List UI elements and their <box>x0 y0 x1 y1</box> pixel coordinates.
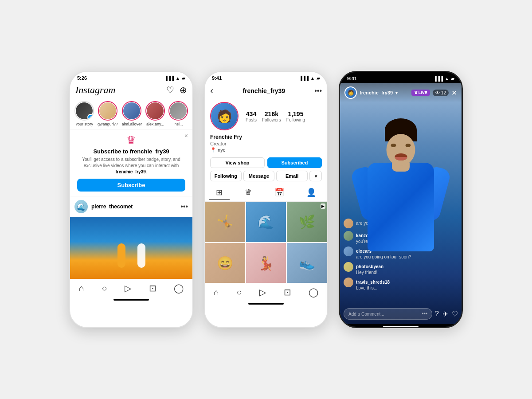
home-indicator-2 <box>248 303 284 305</box>
live-caret-icon: ▾ <box>395 90 398 95</box>
grid-cell-3[interactable]: 🌿 ▶ <box>287 202 327 242</box>
main-container: 5:26 ▐▐▐ ▲ ▰ Instagram ♡ ⊕ + Your story <box>51 53 481 346</box>
live-background: 🧑 frenchie_fry39 ▾ ♛ LIVE 👁 12 ✕ <box>340 83 462 324</box>
live-input-row: Add a Comment... ••• ? ✈ ♡ <box>340 308 462 320</box>
comment-msg-2: are you going on tour soon? <box>356 254 411 259</box>
nav-search-2[interactable]: ○ <box>236 287 242 297</box>
comment-avatar-1 <box>344 231 353 241</box>
comment-user-3: photosbyean <box>356 264 383 269</box>
nav-home-1[interactable]: ⌂ <box>79 283 84 293</box>
nav-reels-2[interactable]: ▷ <box>259 287 266 297</box>
profile-display-name: Frenchie Fry <box>205 134 327 141</box>
live-input-dots[interactable]: ••• <box>422 311 427 317</box>
profile-picture[interactable]: 🧑 <box>210 102 239 130</box>
grid-image-2: 🌊 <box>246 202 286 242</box>
live-user-info: 🧑 frenchie_fry39 ▾ <box>344 86 398 99</box>
story-1[interactable]: gwanguri77 <box>98 101 118 126</box>
grid-image-5: 💃 <box>246 243 286 283</box>
post-figures <box>113 243 149 274</box>
tab-reels[interactable]: ♛ <box>238 186 259 200</box>
live-close-button[interactable]: ✕ <box>451 89 457 97</box>
live-comment-input[interactable]: Add a Comment... ••• <box>344 308 432 320</box>
status-icons-2: ▐▐▐ ▲ ▰ <box>299 76 320 81</box>
tab-profile-card[interactable]: 👤 <box>299 186 323 200</box>
time-2: 9:41 <box>212 75 222 81</box>
wifi-icon-2: ▲ <box>310 76 315 81</box>
messenger-icon[interactable]: ⊕ <box>180 85 187 95</box>
grid-cell-2[interactable]: 🌊 <box>246 202 286 242</box>
story-label-1: gwanguri77 <box>98 122 118 126</box>
photo-grid: 🤸 🌊 🌿 ▶ 😄 💃 <box>205 202 327 283</box>
grid-image-1: 🤸 <box>205 202 245 242</box>
action-buttons-row1: View shop Subscribed <box>205 155 327 171</box>
post-menu-icon[interactable]: ••• <box>180 203 188 211</box>
story-label-4: insi... <box>174 122 183 126</box>
live-badge: ♛ LIVE <box>411 90 430 96</box>
nav-shop-2[interactable]: ⊡ <box>284 287 291 297</box>
followers-count: 216k <box>265 110 278 117</box>
nav-profile-2[interactable]: ◯ <box>309 287 318 297</box>
story-2[interactable]: aimi.allover <box>122 101 142 126</box>
nav-shop-1[interactable]: ⊡ <box>149 283 156 293</box>
status-icons-1: ▐▐▐ ▲ ▰ <box>164 76 185 81</box>
comment-msg-4: Love this... <box>356 286 390 290</box>
profile-topbar: ‹ frenchie_fry39 ••• <box>205 82 327 99</box>
nav-reels-1[interactable]: ▷ <box>125 283 131 293</box>
viewer-count: 12 <box>441 90 446 95</box>
following-button[interactable]: Following <box>210 171 242 181</box>
live-heart-icon[interactable]: ♡ <box>452 310 458 318</box>
nav-search-1[interactable]: ○ <box>102 283 107 293</box>
battery-icon-3: ▰ <box>451 76 454 81</box>
tab-tagged[interactable]: 📅 <box>267 186 291 200</box>
comment-body-4: travis_shreds18 Love this... <box>356 278 390 290</box>
subscribe-button[interactable]: Subscribe <box>77 179 185 192</box>
live-action-icons: ? ✈ ♡ <box>435 310 458 318</box>
comment-body-3: photosbyean Hey friend!! <box>356 262 383 275</box>
grid-cell-6[interactable]: 👟 <box>287 243 327 283</box>
grid-image-4: 😄 <box>205 243 245 283</box>
email-button[interactable]: Email <box>276 171 308 181</box>
grid-cell-4[interactable]: 😄 <box>205 243 245 283</box>
story-label-your: Your story <box>75 122 93 126</box>
ig-header: Instagram ♡ ⊕ <box>70 82 192 98</box>
nav-home-2[interactable]: ⌂ <box>214 287 219 297</box>
message-button[interactable]: Message <box>243 171 275 181</box>
subscribe-username: frenchie_fry39 <box>115 169 145 174</box>
dropdown-button[interactable]: ▾ <box>309 171 322 181</box>
profile-stats: 434 Posts 216k Followers 1,195 Following <box>246 110 305 122</box>
following-count: 1,195 <box>288 110 303 117</box>
battery-icon-2: ▰ <box>317 76 320 81</box>
grid-cell-5[interactable]: 💃 <box>246 243 286 283</box>
back-button[interactable]: ‹ <box>210 85 213 97</box>
live-question-icon[interactable]: ? <box>435 310 439 318</box>
phone-2: 9:41 ▐▐▐ ▲ ▰ ‹ frenchie_fry39 ••• 🧑 434 <box>204 71 328 328</box>
story-label-2: aimi.allover <box>122 122 142 126</box>
comment-avatar-0 <box>344 219 353 228</box>
posts-count: 434 <box>246 110 256 117</box>
story-4[interactable]: insi... <box>168 101 188 126</box>
grid-cell-1[interactable]: 🤸 <box>205 202 245 242</box>
bottom-nav-2: ⌂ ○ ▷ ⊡ ◯ <box>205 283 327 301</box>
grid-video-icon: ▶ <box>321 203 325 209</box>
heart-icon[interactable]: ♡ <box>166 85 174 95</box>
tab-grid[interactable]: ⊞ <box>209 186 230 200</box>
view-shop-button[interactable]: View shop <box>210 157 265 168</box>
story-your[interactable]: + Your story <box>74 101 94 126</box>
profile-location: 📍 nyc <box>205 147 327 155</box>
eye-icon: 👁 <box>435 90 440 95</box>
subscribed-button[interactable]: Subscribed <box>267 157 322 168</box>
jacket-shape <box>368 163 434 251</box>
status-bar-2: 9:41 ▐▐▐ ▲ ▰ <box>205 72 327 82</box>
grid-image-6: 👟 <box>287 243 327 283</box>
nav-profile-1[interactable]: ◯ <box>174 283 184 293</box>
story-3[interactable]: alex.any... <box>145 101 165 126</box>
live-username: frenchie_fry39 <box>360 90 393 95</box>
comment-user-4: travis_shreds18 <box>356 280 390 285</box>
subscribe-close-button[interactable]: × <box>184 132 188 139</box>
status-bar-3: 9:41 ▐▐▐ ▲ ▰ <box>340 72 462 83</box>
comment-4: travis_shreds18 Love this... <box>344 278 458 290</box>
figure-1 <box>113 243 129 274</box>
live-send-icon[interactable]: ✈ <box>442 310 448 318</box>
status-bar-1: 5:26 ▐▐▐ ▲ ▰ <box>70 72 192 82</box>
profile-menu-icon[interactable]: ••• <box>314 87 322 95</box>
